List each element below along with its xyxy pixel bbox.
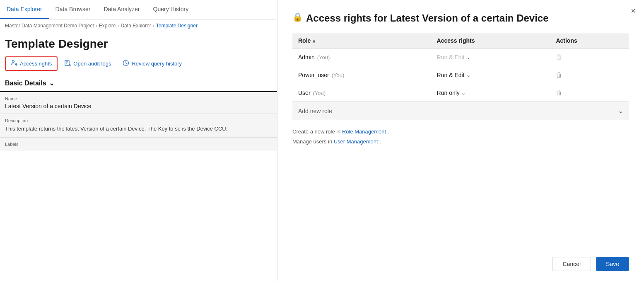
role-cell-poweruser: Power_user (You) — [292, 66, 431, 84]
add-new-role-row[interactable]: Add new role ⌄ — [292, 102, 629, 120]
page-title: Template Designer — [0, 32, 277, 54]
tab-data-browser[interactable]: Data Browser — [49, 0, 97, 19]
footnotes: Create a new role in Role Management . M… — [292, 127, 629, 146]
breadcrumb-sep-2: › — [117, 23, 119, 29]
breadcrumb: Master Data Management Demo Project › Ex… — [0, 19, 277, 32]
actions-cell-user: 🗑 — [550, 84, 629, 102]
breadcrumb-item-current: Template Designer — [156, 23, 198, 29]
description-value: This template returns the latest Version… — [5, 125, 272, 133]
basic-details-title: Basic Details — [5, 80, 46, 87]
tab-query-history[interactable]: Query History — [147, 0, 195, 19]
name-field: Name Latest Version of a certain Device — [0, 92, 277, 114]
name-label: Name — [5, 96, 272, 101]
table-header-row: Role ∧ Access rights Actions — [292, 33, 629, 48]
table-row: Admin (You) Run & Edit ⌄ 🗑 — [292, 48, 629, 66]
footnote-create: Create a new role in Role Management . — [292, 127, 629, 136]
delete-icon-poweruser[interactable]: 🗑 — [556, 71, 562, 78]
query-history-label: Review query history — [132, 61, 182, 67]
left-panel: Data Explorer Data Browser Data Analyzer… — [0, 0, 277, 281]
delete-icon-user[interactable]: 🗑 — [556, 89, 562, 96]
access-rights-value-poweruser: Run & Edit — [437, 72, 465, 78]
cancel-button[interactable]: Cancel — [552, 257, 591, 271]
modal-title: 🔒 Access rights for Latest Version of a … — [292, 12, 629, 24]
description-field: Description This template returns the la… — [0, 114, 277, 138]
query-history-button[interactable]: Review query history — [118, 57, 187, 70]
role-cell-user: User (You) — [292, 84, 431, 102]
breadcrumb-item-1[interactable]: Master Data Management Demo Project — [5, 23, 94, 29]
role-name-admin: Admin — [298, 54, 315, 61]
name-value: Latest Version of a certain Device — [5, 103, 272, 109]
access-rights-table: Role ∧ Access rights Actions Admin (You) — [292, 33, 629, 102]
sort-icon[interactable]: ∧ — [312, 39, 316, 44]
role-you-poweruser: (You) — [332, 72, 345, 78]
role-you-user: (You) — [313, 90, 326, 96]
access-rights-cell-admin: Run & Edit ⌄ — [431, 48, 550, 66]
labels-field: Labels — [0, 138, 277, 151]
breadcrumb-sep-3: › — [153, 23, 154, 29]
user-management-link[interactable]: User Management — [334, 138, 378, 145]
access-rights-modal: × 🔒 Access rights for Latest Version of … — [277, 0, 644, 281]
audit-logs-icon — [64, 60, 71, 68]
audit-logs-button[interactable]: Open audit logs — [59, 57, 116, 70]
save-button[interactable]: Save — [596, 257, 629, 271]
breadcrumb-item-3[interactable]: Data Explorer — [121, 23, 151, 29]
role-name-poweruser: Power_user — [298, 72, 329, 78]
col-role: Role ∧ — [292, 33, 431, 48]
actions-cell-admin: 🗑 — [550, 48, 629, 66]
col-access-rights: Access rights — [431, 33, 550, 48]
role-name-user: User — [298, 90, 311, 96]
role-cell-admin: Admin (You) — [292, 48, 431, 66]
nav-tabs: Data Explorer Data Browser Data Analyzer… — [0, 0, 277, 19]
breadcrumb-sep-1: › — [96, 23, 97, 29]
tab-data-analyzer[interactable]: Data Analyzer — [97, 0, 146, 19]
basic-details-chevron: ⌄ — [49, 79, 54, 87]
audit-logs-label: Open audit logs — [73, 61, 111, 67]
access-rights-chevron-admin[interactable]: ⌄ — [466, 54, 470, 60]
access-rights-label: Access rights — [20, 61, 52, 67]
role-management-link[interactable]: Role Management — [342, 128, 386, 135]
add-role-chevron: ⌄ — [618, 107, 623, 115]
col-actions: Actions — [550, 33, 629, 48]
access-rights-cell-user: Run only ⌄ — [431, 84, 550, 102]
breadcrumb-item-2[interactable]: Explore — [99, 23, 116, 29]
description-label: Description — [5, 118, 272, 123]
access-rights-icon — [11, 60, 17, 68]
access-rights-value-user: Run only — [437, 90, 460, 96]
access-rights-value-admin: Run & Edit — [437, 54, 465, 61]
add-new-role-label: Add new role — [298, 108, 332, 114]
lock-icon: 🔒 — [292, 12, 303, 22]
svg-point-0 — [12, 61, 14, 63]
modal-footer: Cancel Save — [292, 250, 629, 271]
tab-data-explorer[interactable]: Data Explorer — [0, 0, 49, 19]
query-history-icon — [123, 60, 129, 68]
basic-details-header[interactable]: Basic Details ⌄ — [0, 75, 277, 92]
access-rights-chevron-user[interactable]: ⌄ — [461, 90, 466, 96]
access-rights-button[interactable]: Access rights — [5, 56, 58, 71]
toolbar: Access rights Open audit logs — [0, 54, 277, 75]
modal-close-button[interactable]: × — [631, 7, 636, 15]
table-row: Power_user (You) Run & Edit ⌄ 🗑 — [292, 66, 629, 84]
actions-cell-poweruser: 🗑 — [550, 66, 629, 84]
footnote-manage: Manage users in User Management . — [292, 137, 629, 146]
svg-line-7 — [70, 66, 71, 66]
delete-icon-admin: 🗑 — [556, 53, 562, 61]
access-rights-chevron-poweruser[interactable]: ⌄ — [466, 72, 470, 78]
role-you-admin: (You) — [317, 54, 330, 61]
table-row: User (You) Run only ⌄ 🗑 — [292, 84, 629, 102]
labels-label: Labels — [5, 142, 272, 147]
access-rights-cell-poweruser: Run & Edit ⌄ — [431, 66, 550, 84]
